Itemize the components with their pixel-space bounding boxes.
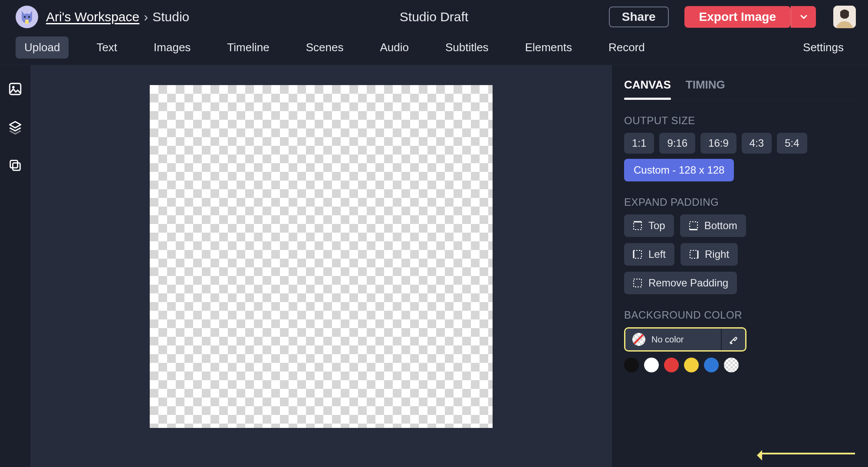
pad-right-icon [689,250,699,259]
user-avatar[interactable] [833,6,856,28]
breadcrumb: Ari's Workspace › Studio [46,10,189,24]
export-group: Export Image [684,6,816,28]
annotation-arrow-icon [760,453,855,454]
ratio-5-4[interactable]: 5:4 [777,133,807,154]
no-color-swatch-icon [632,333,645,346]
no-color-label: No color [651,335,684,345]
svg-rect-11 [690,222,697,230]
tab-timing[interactable]: TIMING [686,73,725,99]
background-color-button[interactable]: No color [625,329,721,350]
pad-right-label: Right [705,248,729,260]
pad-bottom-label: Bottom [704,220,737,232]
pad-left-icon [633,250,642,259]
remove-padding-label: Remove Padding [648,277,728,289]
eyedropper-icon [728,334,739,345]
svg-rect-7 [13,163,20,170]
output-size-label: OUTPUT SIZE [624,115,856,127]
swatch-transparent[interactable] [724,358,739,372]
swatch-blue[interactable] [704,358,719,372]
tab-images[interactable]: Images [145,36,199,59]
pad-top-icon [633,221,642,230]
canvas-area[interactable] [30,65,612,467]
pad-left-button[interactable]: Left [624,243,674,266]
tool-tabs: Upload Text Images Timeline Scenes Audio… [0,34,868,65]
pad-top-label: Top [648,220,665,232]
breadcrumb-separator: › [144,10,148,24]
app-logo[interactable] [16,6,38,28]
cat-logo-icon [18,8,36,26]
ratio-9-16[interactable]: 9:16 [659,133,695,154]
output-size-chips: 1:1 9:16 16:9 4:3 5:4 [624,133,856,154]
ratio-16-9[interactable]: 16:9 [700,133,736,154]
pad-right-button[interactable]: Right [681,243,738,266]
share-button[interactable]: Share [609,7,669,27]
background-color-control: No color [624,327,746,352]
svg-point-2 [28,16,30,18]
expand-padding-label: EXPAND PADDING [624,196,856,208]
avatar-icon [833,6,856,28]
pad-top-button[interactable]: Top [624,214,674,237]
tab-settings[interactable]: Settings [794,36,852,59]
background-color-label: BACKGROUND COLOR [624,309,856,321]
ratio-4-3[interactable]: 4:3 [742,133,772,154]
tab-subtitles[interactable]: Subtitles [437,36,497,59]
export-image-button[interactable]: Export Image [684,6,791,28]
tab-record[interactable]: Record [600,36,654,59]
tab-text[interactable]: Text [88,36,126,59]
layers-icon[interactable] [8,120,23,135]
canvas-checkerboard[interactable] [150,85,493,428]
pad-bottom-button[interactable]: Bottom [680,214,746,237]
svg-rect-0 [25,20,29,24]
color-swatches [624,358,856,372]
svg-rect-15 [690,250,698,258]
eyedropper-button[interactable] [721,329,745,350]
breadcrumb-leaf: Studio [152,10,189,24]
swatch-white[interactable] [644,358,659,372]
remove-padding-button[interactable]: Remove Padding [624,272,737,294]
chevron-down-icon [799,13,808,21]
svg-rect-9 [634,222,641,230]
swatch-black[interactable] [624,358,639,372]
tab-scenes[interactable]: Scenes [297,36,352,59]
svg-rect-17 [634,279,641,287]
tab-timeline[interactable]: Timeline [218,36,278,59]
swatch-red[interactable] [664,358,679,372]
pad-bottom-icon [689,221,698,230]
tab-canvas[interactable]: CANVAS [624,73,671,99]
right-panel: CANVAS TIMING OUTPUT SIZE 1:1 9:16 16:9 … [612,65,868,467]
document-title[interactable]: Studio Draft [400,10,468,24]
export-dropdown-button[interactable] [791,6,816,28]
workspace-link[interactable]: Ari's Workspace [46,10,139,24]
left-toolbar [0,65,30,467]
svg-point-6 [12,86,15,89]
tab-upload[interactable]: Upload [16,36,69,59]
copy-icon[interactable] [8,158,23,173]
ratio-1-1[interactable]: 1:1 [624,133,654,154]
tab-audio[interactable]: Audio [371,36,418,59]
svg-rect-13 [634,250,641,258]
remove-padding-icon [633,278,642,288]
custom-size-button[interactable]: Custom - 128 x 128 [624,159,734,181]
svg-rect-8 [10,161,18,168]
padding-buttons: Top Bottom Left Right [624,214,780,266]
swatch-yellow[interactable] [684,358,699,372]
media-icon[interactable] [8,82,23,96]
svg-point-1 [24,16,26,18]
main-area: CANVAS TIMING OUTPUT SIZE 1:1 9:16 16:9 … [0,65,868,467]
svg-rect-5 [10,83,21,95]
right-tabs: CANVAS TIMING [624,73,856,100]
tab-elements[interactable]: Elements [516,36,581,59]
pad-left-label: Left [648,248,666,260]
